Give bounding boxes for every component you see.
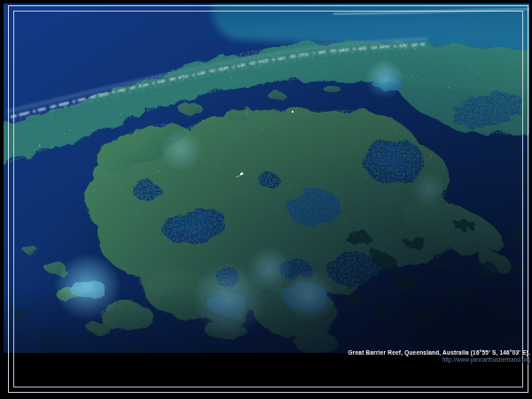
reef-photo (4, 4, 529, 353)
caption-url: http://www.yannarthusbertrand.org (348, 356, 530, 364)
caption: Great Barrier Reef, Queensland, Australi… (348, 349, 530, 363)
caption-location: Great Barrier Reef, Queensland, Australi… (348, 349, 530, 356)
reef-photo-art (4, 4, 529, 353)
wallpaper: Great Barrier Reef, Queensland, Australi… (0, 0, 532, 399)
